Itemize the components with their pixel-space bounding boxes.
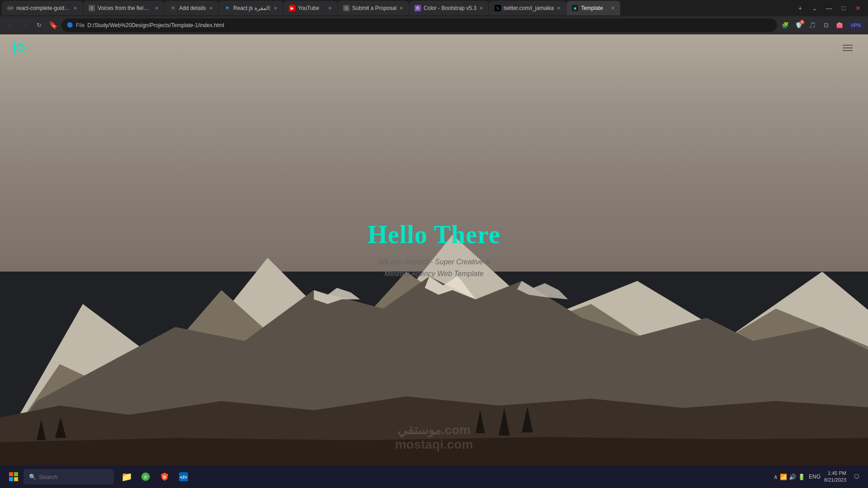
hamburger-menu[interactable] bbox=[841, 43, 854, 53]
url-text: D:/Study/Web%20Design/Projects/Template-… bbox=[87, 22, 772, 28]
tab-close-voices[interactable]: ✕ bbox=[155, 5, 159, 11]
hero-title: Hello There bbox=[368, 220, 500, 249]
tab-favicon-bootstrap: B bbox=[415, 5, 421, 11]
new-tab-button[interactable]: + bbox=[794, 2, 807, 14]
svg-rect-16 bbox=[14, 477, 18, 481]
clock-date: 8/21/2023 bbox=[824, 477, 846, 483]
taskbar: 🔍 📁 e B </> ∧ bbox=[0, 465, 868, 488]
windows-logo-icon bbox=[9, 472, 18, 481]
tab-react[interactable]: GH react-complete-guide-cod... ✕ bbox=[2, 1, 83, 15]
back-button[interactable]: ← bbox=[4, 19, 16, 32]
taskbar-app-fileexplorer[interactable]: 📁 bbox=[118, 468, 136, 486]
search-icon: 🔍 bbox=[29, 474, 36, 480]
hamburger-line-3 bbox=[843, 50, 853, 51]
start-button[interactable] bbox=[5, 469, 22, 485]
mountains-illustration bbox=[0, 142, 868, 466]
tab-bootstrap[interactable]: B Color - Bootstrap v5.3 ✕ bbox=[409, 1, 489, 15]
address-bar[interactable]: 🔵 File D:/Study/Web%20Design/Projects/Te… bbox=[61, 19, 777, 32]
bookmark-button[interactable]: 🔖 bbox=[47, 19, 60, 32]
svg-text:B: B bbox=[163, 475, 166, 479]
logo-bar bbox=[14, 42, 15, 54]
tab-close-bootstrap[interactable]: ✕ bbox=[479, 5, 483, 11]
taskbar-app-brave[interactable]: B bbox=[156, 468, 174, 486]
svg-rect-13 bbox=[9, 472, 13, 476]
tab-bar-right: + ⌄ — □ ✕ bbox=[794, 2, 868, 14]
language-indicator[interactable]: ENG bbox=[809, 474, 821, 480]
tab-submit[interactable]: S Submit a Proposal ✕ bbox=[338, 1, 409, 15]
file-label: File bbox=[76, 22, 85, 28]
minimize-button[interactable]: — bbox=[823, 2, 835, 14]
brave-shield-button[interactable]: 🛡️ 4 bbox=[793, 19, 805, 32]
taskbar-app-vscode[interactable]: </> bbox=[175, 468, 193, 486]
site-info-icon: 🔵 bbox=[67, 22, 73, 28]
taskbar-search-input[interactable] bbox=[39, 474, 93, 480]
tab-title-reactjs: React js المقرة: bbox=[233, 5, 271, 11]
logo-area bbox=[14, 42, 25, 54]
maximize-button[interactable]: □ bbox=[837, 2, 850, 14]
watermark-latin: mostaqi.com bbox=[395, 437, 473, 452]
logo-circle bbox=[17, 44, 25, 52]
tab-voices[interactable]: t Voices from the field 03 ✕ bbox=[83, 1, 165, 15]
hero-content: Hello There We are Jimyard - Super Creat… bbox=[368, 220, 500, 279]
tab-favicon-reactjs: R bbox=[224, 5, 231, 11]
reload-button[interactable]: ↻ bbox=[33, 19, 45, 32]
tab-title-twitter: twitter.com/i_jamaika bbox=[504, 5, 554, 11]
tab-favicon-twitter: 𝕏 bbox=[495, 5, 501, 11]
forward-button[interactable]: → bbox=[18, 19, 31, 32]
tab-close-reactjs[interactable]: ✕ bbox=[274, 5, 278, 11]
svg-rect-14 bbox=[14, 472, 18, 476]
tray-battery-icon[interactable]: 🔋 bbox=[798, 474, 805, 480]
tab-close-template[interactable]: ✕ bbox=[611, 5, 615, 11]
hamburger-line-2 bbox=[843, 47, 853, 48]
taskbar-right-area: ∧ 📶 🔊 🔋 ENG 1:45 PM 8/21/2023 🗨 bbox=[774, 470, 863, 484]
tab-title-submit: Submit a Proposal bbox=[352, 5, 396, 11]
notification-center-button[interactable]: 🗨 bbox=[850, 470, 863, 483]
hamburger-line-1 bbox=[843, 45, 853, 46]
tray-volume-icon[interactable]: 🔊 bbox=[789, 474, 796, 480]
tray-up-arrow[interactable]: ∧ bbox=[774, 474, 778, 480]
tab-close-add[interactable]: ✕ bbox=[209, 5, 213, 11]
svg-text:</>: </> bbox=[180, 474, 187, 480]
tab-bar: GH react-complete-guide-cod... ✕ t Voice… bbox=[0, 0, 868, 16]
vscode-icon: </> bbox=[179, 472, 188, 481]
extensions-button[interactable]: 🧩 bbox=[779, 19, 792, 32]
music-button[interactable]: 🎵 bbox=[806, 19, 819, 32]
tab-title-add: Add details bbox=[179, 5, 206, 11]
tab-close-react[interactable]: ✕ bbox=[73, 5, 77, 11]
tab-twitter[interactable]: 𝕏 twitter.com/i_jamaika ✕ bbox=[489, 1, 566, 15]
browser-icon: e bbox=[141, 472, 150, 481]
tab-add-details[interactable]: + Add details ✕ bbox=[165, 1, 219, 15]
wallet-button[interactable]: 👛 bbox=[833, 19, 846, 32]
taskbar-search-bar[interactable]: 🔍 bbox=[24, 469, 114, 484]
tab-title-youtube: YouTube bbox=[298, 5, 325, 11]
webpage-content: Hello There We are Jimyard - Super Creat… bbox=[0, 34, 868, 465]
tab-reactjs[interactable]: R React js المقرة: ✕ bbox=[219, 1, 283, 15]
taskbar-pinned-apps: 📁 e B </> bbox=[118, 468, 193, 486]
svg-text:e: e bbox=[144, 474, 147, 479]
taskbar-app-browser1[interactable]: e bbox=[137, 468, 155, 486]
tab-close-youtube[interactable]: ✕ bbox=[328, 5, 332, 11]
address-bar-row: ← → ↻ 🔖 🔵 File D:/Study/Web%20Design/Pro… bbox=[0, 16, 868, 34]
hero-subtitle-line2: Minimal Agency Web Template bbox=[368, 268, 500, 280]
tab-close-twitter[interactable]: ✕ bbox=[557, 5, 561, 11]
browser-chrome: GH react-complete-guide-cod... ✕ t Voice… bbox=[0, 0, 868, 34]
brave-icon: B bbox=[160, 472, 169, 481]
watermark-arabic: موستقي.com bbox=[395, 422, 473, 437]
tab-favicon-youtube: ▶ bbox=[289, 5, 295, 11]
hero-subtitle-line1: We are Jimyard - Super Creative & bbox=[368, 256, 500, 268]
tab-favicon-template: ● bbox=[572, 5, 578, 11]
clock-time: 1:45 PM bbox=[828, 470, 846, 477]
svg-rect-15 bbox=[9, 477, 13, 481]
tab-title-voices: Voices from the field 03 bbox=[98, 5, 152, 11]
tab-template[interactable]: ● Template ✕ bbox=[566, 1, 621, 15]
tab-youtube[interactable]: ▶ YouTube ✕ bbox=[283, 1, 338, 15]
tab-close-submit[interactable]: ✕ bbox=[399, 5, 403, 11]
tab-title-react: react-complete-guide-cod... bbox=[16, 5, 71, 11]
vpn-button[interactable]: VPN bbox=[847, 22, 864, 29]
tab-favicon-add: + bbox=[170, 5, 176, 11]
clock-display[interactable]: 1:45 PM 8/21/2023 bbox=[824, 470, 846, 484]
tray-signal-icon: 📶 bbox=[780, 474, 787, 480]
close-button[interactable]: ✕ bbox=[852, 2, 864, 14]
tab-search-button[interactable]: ⌄ bbox=[808, 2, 821, 14]
sidebar-button[interactable]: ⊡ bbox=[820, 19, 832, 32]
